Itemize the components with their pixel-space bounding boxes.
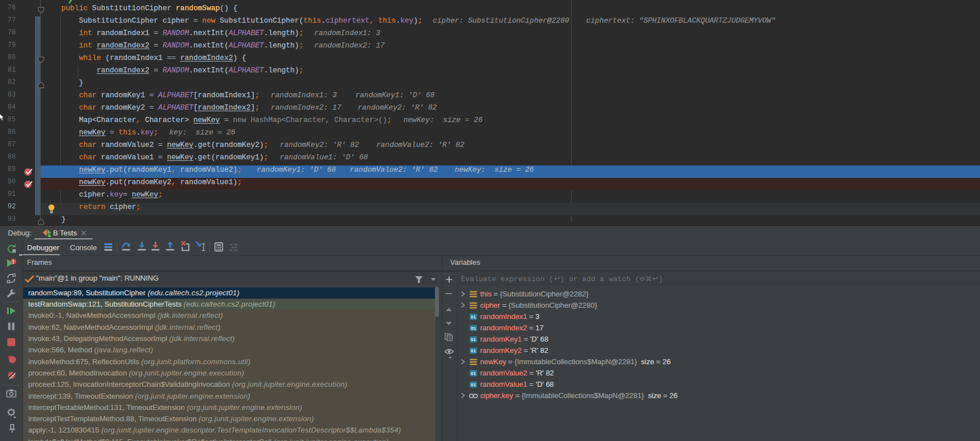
- svg-text:01: 01: [471, 371, 476, 376]
- svg-text:01: 01: [471, 337, 476, 342]
- svg-text:01: 01: [471, 326, 476, 331]
- svg-text:01: 01: [471, 348, 476, 353]
- svg-text:01: 01: [471, 382, 476, 387]
- svg-text:01: 01: [471, 315, 476, 320]
